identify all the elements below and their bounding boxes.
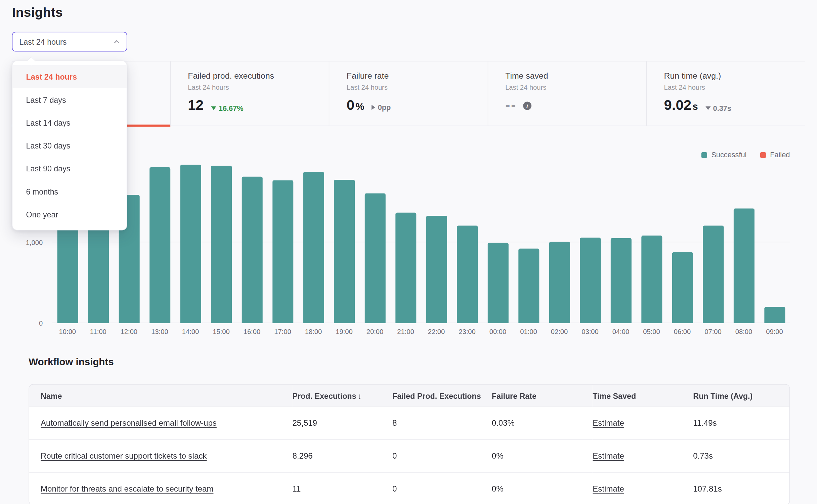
time-range-select[interactable]: Last 24 hours (12, 32, 127, 52)
column-header-failed-prod-executions[interactable]: Failed Prod. Executions (392, 385, 492, 407)
table-header-row: Name Prod. Executions↓ Failed Prod. Exec… (29, 385, 789, 407)
chart-bar[interactable] (764, 307, 785, 323)
chart-bar[interactable] (549, 242, 570, 323)
table-row: Route critical customer support tickets … (29, 439, 789, 472)
card-delta-value: 0pp (378, 103, 391, 112)
x-axis-label: 13:00 (144, 328, 175, 336)
sort-desc-icon: ↓ (358, 391, 362, 400)
metric-card-tab[interactable]: Time savedLast 24 hours--i (487, 61, 646, 126)
dropdown-option[interactable]: Last 14 days (12, 111, 127, 134)
chart-bar[interactable] (457, 226, 477, 323)
card-subtitle: Last 24 hours (505, 83, 646, 91)
dropdown-option[interactable]: Last 7 days (12, 88, 127, 111)
dropdown-option[interactable]: 6 months (12, 180, 127, 203)
chart-bar[interactable] (364, 194, 385, 323)
chevron-up-icon (113, 38, 121, 45)
info-icon[interactable]: i (523, 101, 531, 110)
chart-bar[interactable] (272, 180, 293, 323)
column-header-run-time[interactable]: Run Time (Avg.) (693, 385, 789, 407)
x-axis-label: 21:00 (390, 328, 421, 336)
x-axis-label: 16:00 (236, 328, 267, 336)
metric-card-tab[interactable]: Failed prod. executionsLast 24 hours1216… (170, 61, 329, 126)
time-range-select-value: Last 24 hours (19, 37, 67, 46)
time-range-dropdown: Last 24 hoursLast 7 daysLast 14 daysLast… (12, 60, 127, 230)
chart-bar[interactable] (487, 243, 508, 323)
legend-item[interactable]: Successful (701, 151, 746, 159)
x-axis-label: 07:00 (698, 328, 729, 336)
card-delta-value: 0.37s (713, 104, 731, 112)
column-header-time-saved[interactable]: Time Saved (593, 385, 693, 407)
bar-chart-plot (52, 162, 790, 323)
chart-bar[interactable] (610, 238, 631, 323)
workflow-link[interactable]: Monitor for threats and escalate to secu… (41, 484, 213, 493)
column-header-name[interactable]: Name (29, 385, 293, 407)
x-axis-label: 17:00 (267, 328, 298, 336)
metric-cards: Failed prod. executionsLast 24 hours1216… (12, 61, 805, 126)
y-axis-label: 0 (12, 320, 43, 327)
metric-card-tab[interactable]: Run time (avg.)Last 24 hours9.02s0.37s (646, 61, 805, 126)
chart-bar[interactable] (149, 167, 170, 323)
x-axis-label: 06:00 (667, 328, 698, 336)
workflow-link-cell: Route critical customer support tickets … (29, 439, 293, 472)
chart-bar[interactable] (88, 218, 109, 323)
workflow-link[interactable]: Automatically send personalised email fo… (41, 418, 217, 427)
prod-executions-cell: 25,519 (292, 407, 392, 440)
chart-bar[interactable] (303, 172, 324, 323)
insights-page: Insights Last 24 hours Failed prod. exec… (0, 0, 817, 504)
x-axis-label: 11:00 (83, 328, 114, 336)
bar-chart: 01,000 (52, 162, 790, 323)
card-value: 12 (188, 97, 204, 114)
card-title: Failure rate (347, 71, 488, 81)
card-delta: 0.37s (705, 104, 731, 112)
workflow-link-cell: Monitor for threats and escalate to secu… (29, 472, 293, 504)
chart-bar[interactable] (242, 177, 262, 323)
card-delta-value: 16.67% (219, 104, 244, 112)
table-row: Automatically send personalised email fo… (29, 407, 789, 440)
x-axis-label: 22:00 (421, 328, 452, 336)
x-axis-label: 03:00 (575, 328, 606, 336)
dropdown-option[interactable]: Last 24 hours (12, 65, 127, 88)
triangle-down-icon (705, 106, 711, 110)
prod-executions-cell: 11 (292, 472, 392, 504)
card-value-unit: % (355, 101, 364, 113)
column-header-failure-rate[interactable]: Failure Rate (492, 385, 593, 407)
card-value: -- (505, 97, 517, 114)
chart-bar[interactable] (580, 238, 601, 323)
chart-bar[interactable] (211, 166, 231, 323)
estimate-link[interactable]: Estimate (593, 484, 624, 493)
estimate-link[interactable]: Estimate (593, 451, 624, 460)
chart-bar[interactable] (395, 212, 416, 323)
workflow-insights-title: Workflow insights (29, 356, 114, 368)
card-title: Failed prod. executions (188, 71, 329, 81)
x-axis-label: 00:00 (482, 328, 513, 336)
chart-bar[interactable] (180, 165, 201, 323)
dropdown-option[interactable]: One year (12, 203, 127, 225)
chart-bar[interactable] (641, 236, 662, 323)
chart-bar[interactable] (672, 252, 693, 323)
failed-executions-cell: 8 (392, 407, 492, 440)
triangle-down-icon (211, 106, 216, 110)
table-row: Monitor for threats and escalate to secu… (29, 472, 789, 504)
estimate-link[interactable]: Estimate (593, 418, 624, 427)
chart-bar[interactable] (733, 208, 754, 323)
x-axis-label: 14:00 (175, 328, 206, 336)
failure-rate-cell: 0% (492, 472, 593, 504)
chart-bar[interactable] (334, 180, 354, 323)
chart-bar[interactable] (518, 248, 539, 323)
chart-legend: SuccessfulFailed (701, 151, 790, 159)
table-body: Automatically send personalised email fo… (29, 407, 789, 504)
run-time-cell: 11.49s (693, 407, 789, 440)
legend-item[interactable]: Failed (760, 151, 790, 159)
chart-bar[interactable] (57, 222, 78, 323)
card-subtitle: Last 24 hours (664, 83, 805, 91)
dropdown-option[interactable]: Last 90 days (12, 157, 127, 180)
column-header-prod-executions[interactable]: Prod. Executions↓ (292, 385, 392, 407)
triangle-right-icon (372, 105, 375, 110)
x-axis-label: 01:00 (513, 328, 544, 336)
chart-bar[interactable] (426, 216, 447, 323)
chart-bar[interactable] (703, 226, 724, 323)
metric-card-tab[interactable]: Failure rateLast 24 hours0%0pp (329, 61, 487, 126)
workflow-link[interactable]: Route critical customer support tickets … (41, 451, 207, 460)
dropdown-option[interactable]: Last 30 days (12, 134, 127, 157)
x-axis-label: 12:00 (114, 328, 144, 336)
